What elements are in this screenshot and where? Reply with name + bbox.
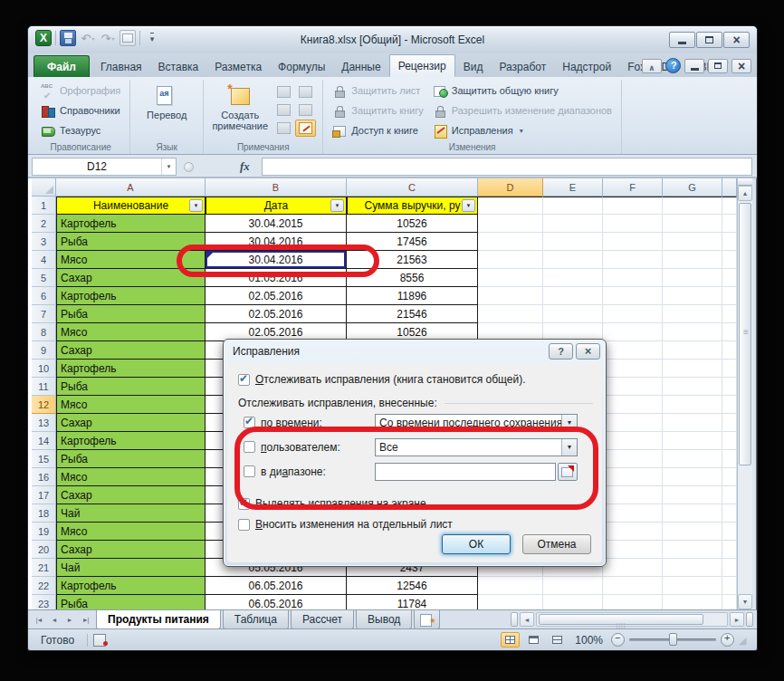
cell-name[interactable]: Картофель xyxy=(56,215,206,233)
cell-date[interactable]: 06.05.2016 xyxy=(206,595,347,609)
cell-empty[interactable] xyxy=(663,251,722,269)
list-on-new-sheet-checkbox[interactable] xyxy=(238,519,250,531)
undo-button[interactable] xyxy=(80,30,96,46)
header-cell[interactable]: Дата xyxy=(206,197,347,215)
cell-empty[interactable] xyxy=(722,197,737,215)
cell-empty[interactable] xyxy=(722,559,737,577)
tab-Разметка[interactable]: Разметка xyxy=(206,56,270,77)
cell-empty[interactable] xyxy=(663,360,722,378)
workbook-minimize-button[interactable] xyxy=(684,59,704,73)
when-dropdown[interactable]: Со времени последнего сохранения xyxy=(375,414,578,432)
cell-name[interactable]: Сахар xyxy=(56,541,206,559)
cell-name[interactable]: Мясо xyxy=(56,396,206,414)
cell-empty[interactable] xyxy=(663,269,722,287)
cell-empty[interactable] xyxy=(722,577,737,595)
cell-empty[interactable] xyxy=(478,251,543,269)
view-normal-button[interactable] xyxy=(501,632,520,647)
zoom-in-button[interactable] xyxy=(721,633,734,647)
ok-button[interactable]: ОК xyxy=(442,534,511,554)
column-header-F[interactable]: F xyxy=(603,178,663,197)
cell-empty[interactable] xyxy=(543,215,603,233)
row-header-20[interactable]: 20 xyxy=(32,541,56,559)
cell-empty[interactable] xyxy=(663,287,722,305)
cell-sum[interactable]: 12546 xyxy=(347,577,478,595)
tab-Вставка[interactable]: Вставка xyxy=(150,56,207,77)
cell-empty[interactable] xyxy=(603,559,663,577)
sheet-tab-Таблица[interactable]: Таблица xyxy=(223,610,289,629)
column-header-G[interactable]: G xyxy=(663,178,722,197)
cell-empty[interactable] xyxy=(722,323,737,341)
when-checkbox[interactable] xyxy=(244,417,255,428)
cell-name[interactable]: Картофель xyxy=(56,577,206,595)
name-box[interactable]: D12 xyxy=(32,158,177,176)
cell-empty[interactable] xyxy=(663,541,722,559)
cell-empty[interactable] xyxy=(478,305,543,323)
first-sheet-button[interactable] xyxy=(32,613,46,628)
header-cell[interactable]: Наименование xyxy=(56,197,206,215)
cell-empty[interactable] xyxy=(663,577,722,595)
dialog-close-button[interactable] xyxy=(576,343,600,360)
vscroll-thumb[interactable] xyxy=(739,203,751,465)
cell-sum[interactable]: 10526 xyxy=(347,215,478,233)
row-header-5[interactable]: 5 xyxy=(32,269,56,287)
quick-table-button[interactable] xyxy=(120,30,136,46)
cell-name[interactable]: Картофель xyxy=(56,360,206,378)
cell-date[interactable]: 02.05.2016 xyxy=(206,287,347,305)
row-header-9[interactable]: 9 xyxy=(32,341,56,360)
filter-dropdown-icon[interactable] xyxy=(462,199,475,212)
save-button[interactable] xyxy=(60,30,76,46)
tab-Главная[interactable]: Главная xyxy=(92,56,150,77)
cell-empty[interactable] xyxy=(663,215,722,233)
view-page-break-button[interactable] xyxy=(548,632,567,647)
customize-qat-button[interactable] xyxy=(144,30,160,46)
row-header-23[interactable]: 23 xyxy=(32,595,56,609)
cell-name[interactable]: Сахар xyxy=(56,414,206,432)
row-header-8[interactable]: 8 xyxy=(32,323,56,341)
cell-empty[interactable] xyxy=(603,341,663,360)
dialog-help-button[interactable] xyxy=(549,343,573,360)
cell-name[interactable]: Сахар xyxy=(56,486,206,504)
cell-empty[interactable] xyxy=(603,450,663,468)
column-header-A[interactable]: A xyxy=(56,178,206,197)
cell-empty[interactable] xyxy=(722,215,737,233)
cell-name[interactable]: Рыба xyxy=(56,233,206,251)
row-header-21[interactable]: 21 xyxy=(32,559,56,577)
cell-name[interactable]: Чай xyxy=(56,559,206,577)
workbook-close-button[interactable] xyxy=(731,59,751,73)
cell-name[interactable]: Рыба xyxy=(56,450,206,468)
cell-name[interactable]: Мясо xyxy=(56,523,206,541)
macro-record-icon[interactable] xyxy=(93,634,108,646)
row-header-16[interactable]: 16 xyxy=(32,468,56,486)
cell-empty[interactable] xyxy=(603,577,663,595)
filter-dropdown-icon[interactable] xyxy=(189,199,203,212)
zoom-level[interactable]: 100% xyxy=(575,634,603,647)
row-header-6[interactable]: 6 xyxy=(32,287,56,305)
cell-empty[interactable] xyxy=(603,468,663,486)
cell-empty[interactable] xyxy=(478,287,543,305)
cell-empty[interactable] xyxy=(603,541,663,559)
column-header-D[interactable]: D xyxy=(478,178,543,197)
cell-empty[interactable] xyxy=(478,233,543,251)
cell-empty[interactable] xyxy=(603,486,663,504)
cell-empty[interactable] xyxy=(543,577,603,595)
cell-name[interactable]: Сахар xyxy=(56,341,206,360)
insert-worksheet-button[interactable] xyxy=(414,610,440,629)
cell-empty[interactable] xyxy=(722,287,737,305)
cell-sum[interactable]: 21546 xyxy=(347,305,478,323)
cell-empty[interactable] xyxy=(603,360,663,378)
cell-empty[interactable] xyxy=(478,269,543,287)
translate-button[interactable]: Перевод xyxy=(137,82,196,139)
cell-empty[interactable] xyxy=(603,396,663,414)
cell-date[interactable]: 30.04.2016 xyxy=(206,251,347,269)
row-header-7[interactable]: 7 xyxy=(32,305,56,323)
cell-date[interactable]: 06.05.2016 xyxy=(206,577,347,595)
track-changes-checkbox[interactable] xyxy=(238,374,250,386)
cell-empty[interactable] xyxy=(663,414,722,432)
cell-empty[interactable] xyxy=(478,215,543,233)
cell-empty[interactable] xyxy=(603,378,663,396)
cell-empty[interactable] xyxy=(603,414,663,432)
cell-name[interactable]: Рыба xyxy=(56,305,206,323)
cell-name[interactable]: Чай xyxy=(56,504,206,523)
cell-empty[interactable] xyxy=(603,323,663,341)
cell-name[interactable]: Рыба xyxy=(56,595,206,609)
